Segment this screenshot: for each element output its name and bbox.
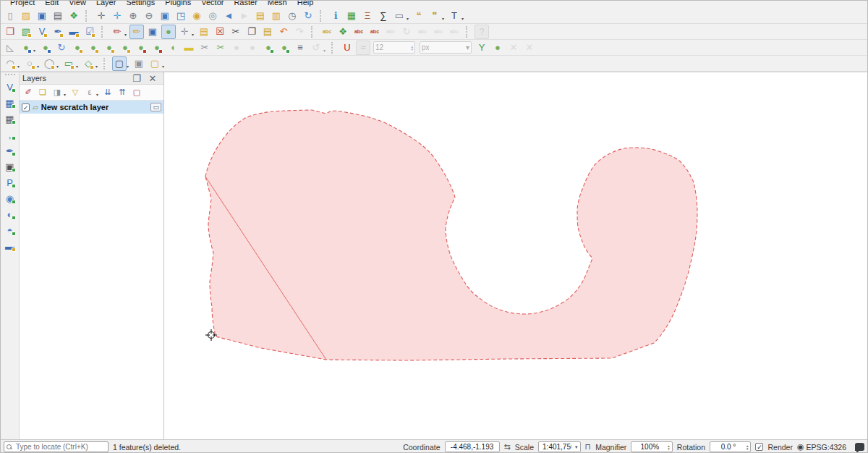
new-spatial-bookmark-button[interactable]: ▤: [253, 9, 268, 23]
identify-features-button[interactable]: ℹ: [328, 9, 343, 23]
memory-layer-indicator-icon[interactable]: ▭: [150, 103, 161, 111]
open-project-button[interactable]: ▨: [19, 9, 33, 23]
coordinate-extents-toggle-icon[interactable]: ⇆: [504, 442, 511, 452]
locator-input[interactable]: [14, 442, 106, 452]
chevron-down-icon[interactable]: ▾: [575, 444, 578, 450]
avoid-overlap-button[interactable]: ✕: [506, 41, 521, 55]
merge-features-button[interactable]: ●: [229, 41, 244, 55]
add-ellipse-dropdown-icon[interactable]: ▾: [56, 64, 59, 69]
vertex-tool-dropdown-icon[interactable]: ▾: [192, 32, 194, 37]
toolbar-drag-handle[interactable]: [5, 74, 15, 77]
add-part-button[interactable]: ●: [102, 41, 116, 55]
menu-plugins[interactable]: Plugins: [160, 1, 196, 7]
add-circle-dropdown-icon[interactable]: ▾: [37, 64, 39, 69]
offset-curve-button[interactable]: ▬: [182, 41, 196, 55]
save-project-button[interactable]: ▣: [35, 9, 49, 23]
zoom-next-button[interactable]: ►: [237, 9, 252, 23]
rotation-box[interactable]: ▴▾: [710, 441, 752, 452]
filter-by-expression-dropdown-icon[interactable]: ▾: [96, 92, 98, 97]
add-ellipse-button[interactable]: ◯▾: [42, 56, 56, 71]
menu-help[interactable]: Help: [292, 1, 319, 7]
self-snapping-button[interactable]: ✕: [522, 41, 537, 55]
locator-search[interactable]: [4, 441, 109, 452]
show-spatial-bookmarks-button[interactable]: ▥: [269, 9, 284, 23]
toggle-editing-button[interactable]: ✏: [129, 25, 144, 39]
zoom-in-button[interactable]: ⊕: [126, 9, 140, 23]
paste-features-button[interactable]: ▤: [260, 25, 275, 39]
add-group-button[interactable]: ❏: [36, 86, 49, 99]
menu-mesh[interactable]: Mesh: [263, 1, 292, 7]
measure-button[interactable]: ▭▾: [392, 9, 407, 23]
offset-point-symbol-button[interactable]: ●: [277, 41, 292, 55]
add-wms-layer-button[interactable]: ◐: [3, 207, 17, 221]
modify-attributes-button[interactable]: ▤: [197, 25, 211, 39]
cut-features-button[interactable]: ✂: [229, 25, 243, 39]
split-parts-button[interactable]: ✂: [213, 41, 228, 55]
whats-this-help-button[interactable]: ?: [475, 25, 489, 39]
temporal-controller-button[interactable]: ◷: [285, 9, 299, 23]
zoom-to-selection-button[interactable]: ◉: [190, 9, 204, 23]
pan-to-selection-button[interactable]: ✛: [110, 9, 124, 23]
map-tips-button[interactable]: ❝: [412, 9, 426, 23]
layer-row-new-scratch-layer[interactable]: ✓ ▱ New scratch layer ▭: [20, 101, 163, 114]
move-feature-dropdown-icon[interactable]: ▾: [33, 48, 35, 53]
new-spatialite-layer-button[interactable]: ▬: [67, 25, 81, 39]
menu-project[interactable]: Project: [5, 1, 40, 7]
text-annotation-button[interactable]: T▾: [447, 9, 461, 23]
render-checkbox[interactable]: ✓: [755, 443, 763, 451]
layer-visibility-checkbox[interactable]: ✓: [22, 103, 30, 111]
add-spatialite-layer-button[interactable]: ◉: [3, 191, 17, 206]
messages-icon[interactable]: [855, 443, 864, 451]
copy-features-button[interactable]: ❐: [244, 25, 259, 39]
circular-string-radius-button[interactable]: ◠▾: [3, 56, 17, 71]
vertex-editor-panel-button[interactable]: ≡: [293, 41, 307, 55]
snap-unit-arrows[interactable]: ▾: [466, 43, 469, 51]
vertex-tool-button[interactable]: ✛▾: [177, 25, 192, 39]
rotate-canvas-dropdown-icon[interactable]: ▾: [323, 48, 326, 53]
select-features-by-value-button[interactable]: ▣: [132, 56, 146, 71]
manage-map-themes-button[interactable]: ◨▾: [51, 86, 64, 99]
magnifier-input[interactable]: [634, 442, 665, 452]
snapping-options-button[interactable]: U: [340, 41, 354, 55]
show-hide-labels-button[interactable]: abc: [415, 25, 430, 39]
current-edits-button[interactable]: ✏▾: [110, 25, 124, 39]
measure-dropdown-icon[interactable]: ▾: [407, 16, 409, 21]
rotate-point-symbols-button[interactable]: ●: [261, 41, 276, 55]
remove-layer-button[interactable]: ▢: [130, 86, 143, 99]
zoom-last-button[interactable]: ◄: [221, 9, 236, 23]
new-shapefile-layer-button[interactable]: V: [35, 25, 49, 39]
select-features-button[interactable]: ▢▾: [112, 56, 127, 71]
select-features-dropdown-icon[interactable]: ▾: [127, 64, 129, 69]
add-circle-button[interactable]: ○▾: [22, 56, 37, 71]
new-temporary-scratch-layer-button[interactable]: ✒: [51, 25, 65, 39]
redo-button[interactable]: ↷: [292, 25, 307, 39]
split-features-button[interactable]: ✂: [197, 41, 212, 55]
menu-raster[interactable]: Raster: [229, 1, 262, 7]
layer-tree-empty-area[interactable]: [20, 114, 163, 439]
delete-selected-button[interactable]: ☒: [213, 25, 227, 39]
zoom-full-button[interactable]: ◳: [174, 9, 188, 23]
open-layer-styling-button[interactable]: ✐: [22, 86, 35, 99]
menu-view[interactable]: View: [64, 1, 91, 7]
layout-manager-button[interactable]: ▤: [51, 9, 65, 23]
advanced-digitizing-panel-button[interactable]: ◺: [3, 41, 17, 55]
add-ring-button[interactable]: ●: [86, 41, 101, 55]
snap-tolerance-input[interactable]: 12▴▾: [373, 41, 415, 54]
move-label-button[interactable]: abc: [383, 25, 398, 39]
menu-vector[interactable]: Vector: [196, 1, 229, 7]
rotation-spinner[interactable]: ▴▾: [746, 444, 749, 450]
copy-move-feature-button[interactable]: ●: [38, 41, 53, 55]
coordinate-box[interactable]: [445, 441, 500, 452]
add-postgis-layer-button[interactable]: P: [3, 175, 17, 190]
open-attribute-table-button[interactable]: ▦: [344, 9, 359, 23]
menu-layer[interactable]: Layer: [91, 1, 122, 7]
snap-tolerance-arrows[interactable]: ▴▾: [411, 45, 413, 51]
add-wcs-layer-button[interactable]: ◓: [3, 223, 17, 237]
lock-scale-icon[interactable]: ⊓: [585, 442, 592, 452]
manage-map-themes-dropdown-icon[interactable]: ▾: [64, 92, 66, 97]
reshape-features-button[interactable]: ◖: [166, 41, 180, 55]
new-virtual-layer-button[interactable]: ☑: [82, 25, 97, 39]
field-calculator-button[interactable]: Ξ: [360, 9, 375, 23]
float-panel-button[interactable]: ❐: [129, 71, 144, 85]
add-regular-polygon-button[interactable]: ◇▾: [81, 56, 95, 71]
